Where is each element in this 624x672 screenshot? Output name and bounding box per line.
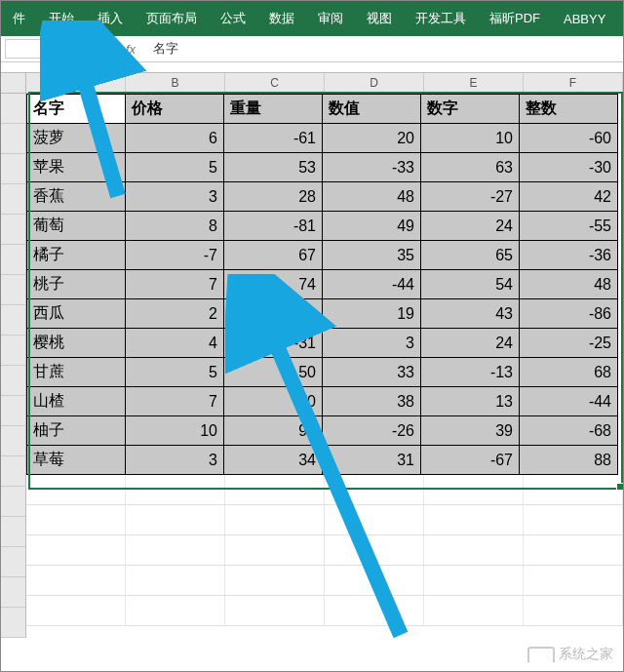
cell[interactable]: 49 [323, 212, 421, 241]
row-header[interactable] [1, 94, 25, 124]
row-header[interactable] [1, 608, 25, 638]
cell[interactable]: 3 [323, 329, 421, 358]
cell[interactable]: 39 [421, 416, 520, 446]
row-header[interactable] [1, 245, 25, 275]
confirm-icon[interactable]: ✓ [105, 42, 116, 57]
data-table[interactable]: 名字 价格 重量 数值 数字 整数 菠萝6-612010-60苹果553-336… [26, 94, 618, 475]
row-header[interactable] [1, 366, 25, 396]
ribbon-tab-5[interactable]: 数据 [257, 1, 306, 36]
cell[interactable]: 樱桃 [27, 329, 126, 358]
name-box[interactable] [5, 39, 73, 59]
cell[interactable]: 香蕉 [27, 182, 126, 212]
cell[interactable]: -25 [520, 329, 618, 358]
cell[interactable]: -70 [224, 387, 323, 416]
row-headers[interactable] [1, 94, 26, 638]
header-price[interactable]: 价格 [126, 95, 224, 124]
cell[interactable]: 橘子 [27, 241, 126, 270]
cell[interactable]: 42 [520, 182, 618, 212]
cell[interactable]: -81 [224, 212, 323, 241]
cell[interactable]: 99 [224, 416, 323, 446]
cell[interactable]: -67 [421, 446, 520, 475]
cell[interactable]: 5 [126, 153, 224, 182]
cell[interactable]: 10 [126, 416, 224, 446]
cell[interactable]: 48 [520, 270, 618, 299]
cell[interactable]: -7 [126, 241, 224, 270]
row-header[interactable] [1, 305, 25, 336]
table-row[interactable]: 柚子1099-2639-68 [27, 416, 618, 446]
cell[interactable]: 20 [224, 299, 323, 329]
header-number[interactable]: 数字 [421, 95, 520, 124]
ribbon-tab-7[interactable]: 视图 [355, 1, 404, 36]
cell[interactable]: -86 [520, 299, 618, 329]
cell[interactable]: -36 [520, 241, 618, 270]
cell[interactable]: 65 [421, 241, 520, 270]
row-header[interactable] [1, 396, 25, 426]
ribbon-tab-10[interactable]: ABBYY [552, 1, 617, 36]
ribbon-tab-6[interactable]: 审阅 [306, 1, 355, 36]
table-row[interactable]: 香蕉32848-2742 [27, 182, 618, 212]
cell[interactable]: 葡萄 [27, 212, 126, 241]
cell[interactable]: 菠萝 [27, 124, 126, 153]
table-row[interactable]: 葡萄8-814924-55 [27, 212, 618, 241]
cell[interactable]: 山楂 [27, 387, 126, 416]
fx-icon[interactable]: fx [126, 42, 136, 57]
col-header-d[interactable]: D [325, 73, 424, 93]
cell[interactable]: 3 [126, 446, 224, 475]
table-row[interactable]: 草莓33431-6788 [27, 446, 618, 475]
col-header-e[interactable]: E [424, 73, 524, 93]
row-header[interactable] [1, 577, 25, 608]
ribbon-tab-8[interactable]: 开发工具 [404, 1, 478, 36]
cell[interactable]: -30 [520, 153, 618, 182]
formula-bar-value[interactable]: 名字 [143, 40, 178, 58]
ribbon-tab-9[interactable]: 福昕PDF [478, 1, 552, 36]
row-header[interactable] [1, 215, 25, 245]
cell[interactable]: 35 [323, 241, 421, 270]
cell[interactable]: 柚子 [27, 416, 126, 446]
cell[interactable]: 24 [421, 329, 520, 358]
cell[interactable]: 28 [224, 182, 323, 212]
table-row[interactable]: 樱桃4-31324-25 [27, 329, 618, 358]
select-all-corner[interactable] [1, 73, 26, 93]
cell[interactable]: 34 [224, 446, 323, 475]
cell[interactable]: 苹果 [27, 153, 126, 182]
cell[interactable]: 2 [126, 299, 224, 329]
cell[interactable]: 38 [323, 387, 421, 416]
cell[interactable]: 24 [421, 212, 520, 241]
row-header[interactable] [1, 184, 25, 215]
table-row[interactable]: 甘蔗55033-1368 [27, 358, 618, 387]
cell[interactable]: 13 [421, 387, 520, 416]
table-row[interactable]: 桃子774-445448 [27, 270, 618, 299]
cell[interactable]: 88 [520, 446, 618, 475]
row-header[interactable] [1, 456, 25, 487]
cell[interactable]: 5 [126, 358, 224, 387]
cell[interactable]: -61 [224, 124, 323, 153]
cell[interactable]: -44 [323, 270, 421, 299]
col-header-b[interactable]: B [126, 73, 225, 93]
cell[interactable]: -44 [520, 387, 618, 416]
cell[interactable]: 31 [323, 446, 421, 475]
cell[interactable]: -60 [520, 124, 618, 153]
cell[interactable]: 20 [323, 124, 421, 153]
ribbon-tab-4[interactable]: 公式 [209, 1, 257, 36]
cell[interactable]: -13 [421, 358, 520, 387]
fill-handle[interactable] [616, 483, 624, 491]
cell[interactable]: 8 [126, 212, 224, 241]
cell[interactable]: 甘蔗 [27, 358, 126, 387]
header-name[interactable]: 名字 [27, 95, 126, 124]
cell[interactable]: 7 [126, 387, 224, 416]
table-row[interactable]: 山楂7-703813-44 [27, 387, 618, 416]
cell[interactable]: -68 [520, 416, 618, 446]
cell[interactable]: 桃子 [27, 270, 126, 299]
spreadsheet-grid[interactable]: A B C D E F 名字 价格 重量 数值 数字 整数 [1, 72, 623, 638]
cell[interactable]: 西瓜 [27, 299, 126, 329]
row-header[interactable] [1, 154, 25, 184]
cell[interactable]: -27 [421, 182, 520, 212]
cell[interactable]: 54 [421, 270, 520, 299]
cell[interactable]: 50 [224, 358, 323, 387]
row-header[interactable] [1, 487, 25, 517]
cell[interactable]: 33 [323, 358, 421, 387]
cell[interactable]: 草莓 [27, 446, 126, 475]
cell[interactable]: -31 [224, 329, 323, 358]
cell[interactable]: 3 [126, 182, 224, 212]
table-row[interactable]: 西瓜2201943-86 [27, 299, 618, 329]
